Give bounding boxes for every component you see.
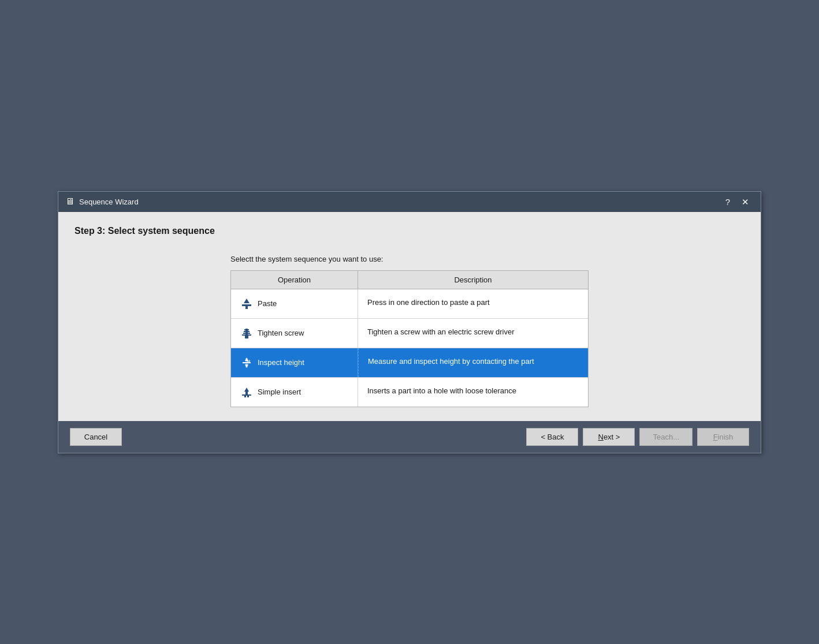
- content-area: Step 3: Select system sequence Selectt t…: [58, 212, 761, 421]
- step-title: Step 3: Select system sequence: [75, 226, 744, 236]
- op-cell-insert: Simple insert: [231, 378, 358, 407]
- svg-rect-7: [244, 329, 249, 330]
- desc-cell-inspect: Measure and inspect height by contacting…: [358, 348, 588, 377]
- table-header: Operation Description: [231, 271, 588, 289]
- window-title: Sequence Wizard: [79, 198, 139, 206]
- finish-button[interactable]: Finish: [697, 428, 749, 446]
- title-bar: 🖥 Sequence Wizard ? ✕: [58, 192, 761, 212]
- col-operation-header: Operation: [231, 271, 358, 289]
- svg-rect-6: [244, 331, 250, 332]
- col-description-header: Description: [358, 271, 588, 289]
- op-label-insert: Simple insert: [258, 388, 301, 396]
- instruction-text: Selectt the system sequence you want to …: [230, 255, 589, 263]
- title-bar-controls: ? ✕: [721, 196, 754, 207]
- svg-rect-15: [244, 396, 246, 397]
- table-row[interactable]: Paste Press in one direction to paste a …: [231, 289, 588, 319]
- teach-button[interactable]: Teach...: [639, 428, 693, 446]
- next-label: Next >: [598, 433, 620, 441]
- desc-cell-tighten: Tighten a screw with an electric screw d…: [358, 319, 588, 348]
- footer: Cancel < Back Next > Teach... Finish: [58, 421, 761, 453]
- desc-cell-insert: Inserts a part into a hole with loose to…: [358, 378, 588, 407]
- window-icon: 🖥: [65, 196, 75, 207]
- op-cell-paste: Paste: [231, 289, 358, 318]
- main-window: 🖥 Sequence Wizard ? ✕ Step 3: Select sys…: [58, 191, 761, 453]
- svg-rect-18: [245, 392, 248, 394]
- svg-marker-1: [244, 299, 250, 303]
- back-label: < Back: [541, 433, 564, 441]
- svg-text:H: H: [247, 359, 250, 363]
- op-cell-tighten: Tighten screw: [231, 319, 358, 348]
- help-button[interactable]: ?: [721, 196, 735, 207]
- svg-rect-5: [243, 333, 250, 334]
- svg-rect-2: [245, 306, 248, 309]
- svg-rect-14: [242, 394, 251, 396]
- table-row[interactable]: Simple insert Inserts a part into a hole…: [231, 378, 588, 407]
- table-row[interactable]: H Inspect height Measure and inspect hei…: [231, 348, 588, 378]
- sequence-table: Operation Description Paste: [230, 270, 589, 407]
- finish-label: Finish: [713, 433, 734, 441]
- next-button[interactable]: Next >: [583, 428, 635, 446]
- svg-rect-0: [242, 304, 251, 306]
- back-button[interactable]: < Back: [526, 428, 578, 446]
- op-label-paste: Paste: [258, 299, 277, 308]
- insert-icon: [240, 386, 253, 399]
- desc-cell-paste: Press in one direction to paste a part: [358, 289, 588, 318]
- op-label-tighten: Tighten screw: [258, 329, 304, 337]
- screw-icon: [240, 327, 253, 340]
- svg-marker-17: [244, 388, 249, 392]
- cancel-button[interactable]: Cancel: [70, 428, 122, 446]
- title-bar-left: 🖥 Sequence Wizard: [65, 196, 139, 207]
- svg-rect-8: [242, 334, 251, 336]
- op-cell-inspect: H Inspect height: [231, 348, 358, 377]
- height-icon: H: [240, 356, 253, 369]
- close-button[interactable]: ✕: [737, 196, 754, 207]
- table-row[interactable]: Tighten screw Tighten a screw with an el…: [231, 319, 588, 348]
- op-label-inspect: Inspect height: [258, 358, 304, 367]
- paste-icon: [240, 297, 253, 310]
- svg-rect-16: [247, 396, 249, 397]
